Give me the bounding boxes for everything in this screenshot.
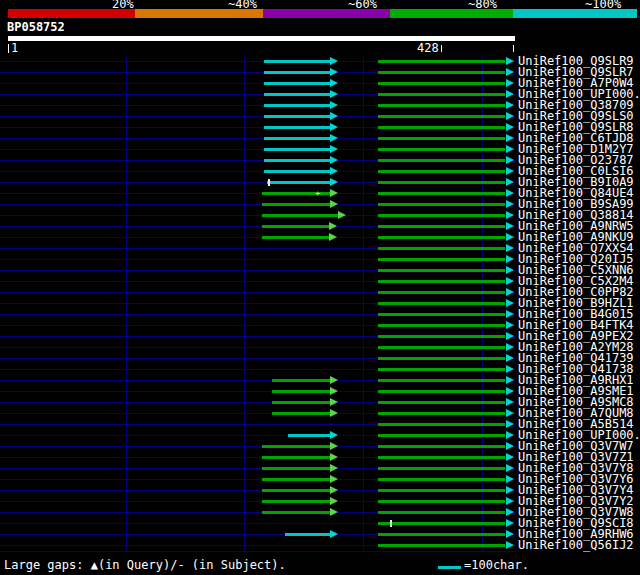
hsp-bar[interactable] bbox=[378, 82, 505, 85]
hsp-bar[interactable] bbox=[378, 225, 505, 228]
hsp-bar[interactable] bbox=[378, 291, 505, 294]
hsp-bar[interactable] bbox=[378, 357, 505, 360]
hsp-bar[interactable] bbox=[264, 104, 329, 107]
hsp-bar[interactable] bbox=[285, 533, 330, 536]
alignment-plot: UniRef100_Q9SLR9UniRef100_Q9SLR7UniRef10… bbox=[0, 56, 640, 553]
hsp-bar[interactable] bbox=[378, 236, 505, 239]
hsp-arrowhead bbox=[330, 101, 338, 109]
hsp-bar[interactable] bbox=[262, 236, 328, 239]
hsp-bar[interactable] bbox=[378, 104, 505, 107]
hsp-bar[interactable] bbox=[272, 401, 330, 404]
hsp-bar[interactable] bbox=[264, 115, 329, 118]
hsp-bar[interactable] bbox=[378, 434, 505, 437]
hsp-bar[interactable] bbox=[378, 522, 505, 525]
hsp-bar[interactable] bbox=[378, 511, 505, 514]
hsp-arrowhead bbox=[330, 68, 338, 76]
hsp-bar[interactable] bbox=[378, 368, 505, 371]
hsp-bar[interactable] bbox=[264, 60, 329, 63]
hsp-bar[interactable] bbox=[378, 456, 505, 459]
hsp-bar[interactable] bbox=[378, 379, 505, 382]
query-id: BP058752 bbox=[7, 21, 65, 33]
hsp-bar[interactable] bbox=[264, 137, 329, 140]
hsp-arrowhead bbox=[506, 519, 514, 527]
hsp-arrowhead bbox=[506, 189, 514, 197]
hsp-arrowhead bbox=[330, 79, 338, 87]
hsp-bar[interactable] bbox=[264, 93, 329, 96]
query-bar bbox=[8, 36, 515, 41]
hsp-bar[interactable] bbox=[262, 478, 330, 481]
hsp-bar[interactable] bbox=[264, 148, 329, 151]
hsp-bar[interactable] bbox=[262, 445, 330, 448]
hsp-bar[interactable] bbox=[378, 401, 505, 404]
hsp-bar[interactable] bbox=[378, 445, 505, 448]
hsp-arrowhead bbox=[506, 354, 514, 362]
hsp-bar[interactable] bbox=[378, 258, 505, 261]
hsp-arrowhead bbox=[330, 90, 338, 98]
hsp-arrowhead bbox=[506, 68, 514, 76]
hsp-bar[interactable] bbox=[378, 533, 505, 536]
hsp-bar[interactable] bbox=[262, 467, 330, 470]
hsp-bar[interactable] bbox=[378, 335, 505, 338]
status-bar: Large gaps: ▲(in Query)/- (in Subject). … bbox=[0, 556, 640, 575]
hsp-arrowhead bbox=[506, 255, 514, 263]
hsp-bar[interactable] bbox=[272, 412, 330, 415]
hsp-bar[interactable] bbox=[262, 500, 330, 503]
hsp-bar[interactable] bbox=[378, 93, 505, 96]
hsp-bar[interactable] bbox=[378, 137, 505, 140]
hsp-bar[interactable] bbox=[378, 467, 505, 470]
hsp-bar[interactable] bbox=[378, 115, 505, 118]
hsp-bar[interactable] bbox=[378, 247, 505, 250]
hsp-bar[interactable] bbox=[378, 390, 505, 393]
hsp-bar[interactable] bbox=[378, 346, 505, 349]
hsp-bar[interactable] bbox=[264, 170, 329, 173]
hsp-bar[interactable] bbox=[378, 280, 505, 283]
hsp-bar[interactable] bbox=[378, 423, 505, 426]
hsp-bar[interactable] bbox=[378, 71, 505, 74]
hsp-bar[interactable] bbox=[272, 379, 330, 382]
hsp-arrowhead bbox=[330, 453, 338, 461]
hsp-bar[interactable] bbox=[378, 203, 505, 206]
hsp-bar[interactable] bbox=[264, 82, 329, 85]
hsp-bar[interactable] bbox=[378, 412, 505, 415]
hsp-bar[interactable] bbox=[264, 71, 329, 74]
hsp-bar[interactable] bbox=[262, 214, 338, 217]
hsp-bar[interactable] bbox=[262, 489, 330, 492]
blast-graphic-overview: 20%~40%~60%~80%~100% BP058752 1 428 UniR… bbox=[0, 0, 640, 575]
hsp-arrowhead bbox=[506, 134, 514, 142]
hsp-arrowhead bbox=[506, 90, 514, 98]
hsp-arrowhead bbox=[330, 156, 338, 164]
hsp-arrowhead bbox=[506, 123, 514, 131]
hsp-bar[interactable] bbox=[378, 60, 505, 63]
hsp-bar[interactable] bbox=[378, 181, 505, 184]
hsp-arrowhead bbox=[506, 101, 514, 109]
hsp-bar[interactable] bbox=[272, 390, 330, 393]
hsp-bar[interactable] bbox=[378, 269, 505, 272]
hsp-bar[interactable] bbox=[262, 456, 330, 459]
hsp-bar[interactable] bbox=[262, 511, 330, 514]
hsp-arrowhead bbox=[330, 486, 338, 494]
hit-label[interactable]: UniRef100_Q56IJ2 bbox=[518, 539, 634, 551]
ruler-tick-start bbox=[8, 44, 9, 53]
hsp-bar[interactable] bbox=[378, 170, 505, 173]
hsp-bar[interactable] bbox=[378, 148, 505, 151]
hsp-bar[interactable] bbox=[378, 302, 505, 305]
hsp-bar[interactable] bbox=[267, 181, 330, 184]
hsp-bar[interactable] bbox=[262, 225, 328, 228]
hsp-bar[interactable] bbox=[378, 324, 505, 327]
hsp-bar[interactable] bbox=[378, 159, 505, 162]
hsp-bar[interactable] bbox=[378, 478, 505, 481]
hsp-bar[interactable] bbox=[264, 159, 329, 162]
hsp-bar[interactable] bbox=[262, 203, 330, 206]
hsp-bar[interactable] bbox=[378, 544, 505, 547]
hsp-bar[interactable] bbox=[378, 214, 505, 217]
hsp-arrowhead bbox=[506, 409, 514, 417]
hsp-arrowhead bbox=[506, 376, 514, 384]
hsp-bar[interactable] bbox=[378, 313, 505, 316]
hsp-bar[interactable] bbox=[378, 489, 505, 492]
hsp-bar[interactable] bbox=[288, 434, 330, 437]
hsp-arrowhead bbox=[506, 464, 514, 472]
hsp-bar[interactable] bbox=[378, 126, 505, 129]
hsp-bar[interactable] bbox=[378, 192, 505, 195]
hsp-bar[interactable] bbox=[264, 126, 329, 129]
hsp-bar[interactable] bbox=[378, 500, 505, 503]
